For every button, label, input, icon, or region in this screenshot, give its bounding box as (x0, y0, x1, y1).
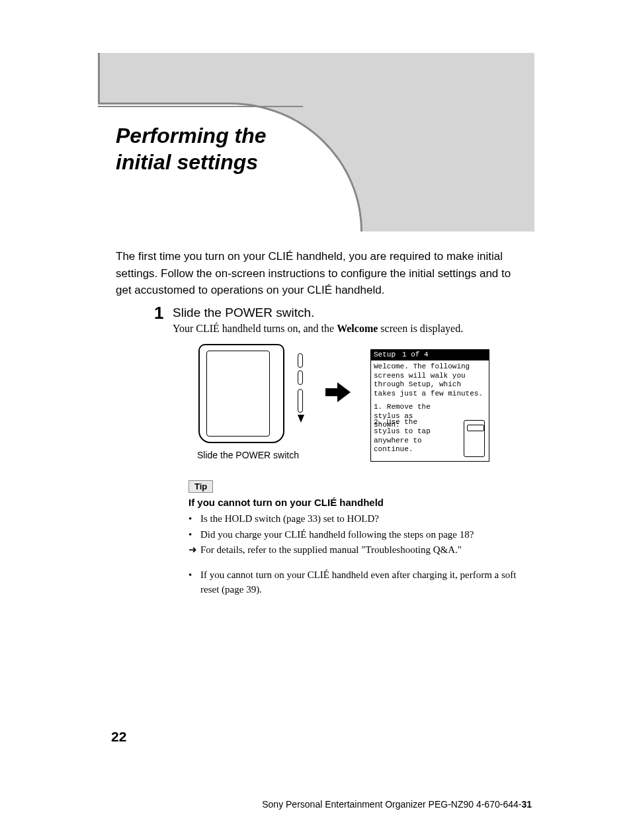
tip-item: • If you cannot turn on your CLIÉ handhe… (189, 567, 519, 597)
setup-item-2: 2. Use the stylus to tap anywhere to con… (374, 418, 446, 454)
tip-item: ➜ For details, refer to the supplied man… (189, 542, 519, 558)
bullet-icon: • (189, 527, 200, 542)
setup-titlebar: Setup 1 of 4 (371, 350, 489, 360)
footer: Sony Personal Entertainment Organizer PE… (262, 799, 532, 810)
step-body-post: screen is displayed. (378, 323, 463, 334)
device-screen (206, 351, 270, 437)
tip-label: Tip (189, 480, 213, 493)
title-line-2: initial settings (116, 150, 258, 174)
page-title: Performing the initial settings (116, 122, 267, 175)
header-rule (98, 106, 303, 107)
step-body-bold: Welcome (337, 323, 378, 334)
bullet-icon: • (189, 511, 200, 526)
tip-item-text: Is the HOLD switch (page 33) set to HOLD… (200, 511, 379, 526)
step-number: 1 (154, 303, 163, 323)
tip-block: Tip If you cannot turn on your CLIÉ hand… (189, 480, 519, 598)
side-button (298, 370, 303, 385)
tip-heading: If you cannot turn on your CLIÉ handheld (189, 497, 519, 508)
step-heading: Slide the POWER switch. (173, 306, 526, 320)
arrow-bullet-icon: ➜ (189, 542, 200, 558)
setup-page-indicator: 1 of 4 (402, 351, 429, 360)
tip-item-text: If you cannot turn on your CLIÉ handheld… (200, 567, 519, 597)
intro-paragraph: The first time you turn on your CLIÉ han… (116, 248, 526, 299)
footer-text: Sony Personal Entertainment Organizer PE… (262, 799, 521, 810)
step-body: Your CLIÉ handheld turns on, and the Wel… (173, 323, 526, 335)
tip-item: • Is the HOLD switch (page 33) set to HO… (189, 511, 519, 526)
footer-suffix: 31 (521, 799, 532, 810)
side-button (298, 353, 303, 368)
device-body (198, 344, 284, 443)
title-line-1: Performing the (116, 124, 267, 147)
power-switch-icon (298, 389, 303, 413)
setup-title: Setup (374, 351, 396, 360)
tip-list: • Is the HOLD switch (page 33) set to HO… (189, 511, 519, 597)
stylus-device-icon (464, 420, 485, 457)
device-illustration (198, 344, 298, 443)
step-body-pre: Your CLIÉ handheld turns on, and the (173, 323, 337, 334)
step-1: 1 Slide the POWER switch. Your CLIÉ hand… (155, 306, 526, 335)
device-side-buttons (296, 351, 304, 430)
setup-screen: Setup 1 of 4 Welcome. The following scre… (370, 349, 489, 462)
arrow-right-icon (325, 382, 351, 405)
svg-marker-0 (325, 382, 351, 402)
tip-item: • Did you charge your CLIÉ handheld foll… (189, 527, 519, 542)
tip-item-text: Did you charge your CLIÉ handheld follow… (200, 527, 474, 542)
page-number: 22 (111, 729, 126, 745)
tip-item-text: For details, refer to the supplied manua… (200, 542, 462, 558)
setup-welcome: Welcome. The following screens will walk… (374, 362, 486, 399)
bullet-icon: • (189, 567, 200, 597)
device-caption: Slide the POWER switch (185, 450, 311, 460)
